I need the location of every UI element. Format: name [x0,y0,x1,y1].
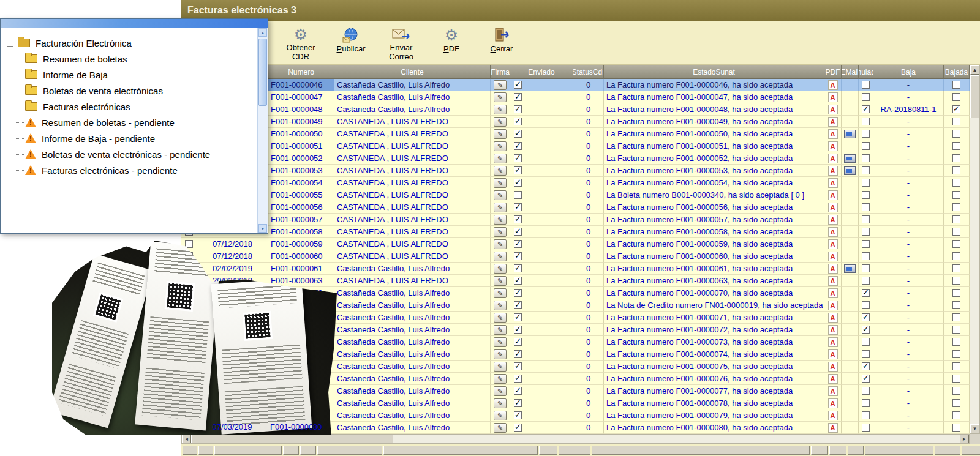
checkbox-checked-icon[interactable] [514,350,522,358]
sign-pencil-icon[interactable] [494,141,507,151]
checkbox-checked-icon[interactable] [514,387,522,395]
pdf-icon[interactable] [828,239,838,249]
checkbox-checked-icon[interactable] [514,130,522,138]
tree-item-resumen-de-boletas-pendiente[interactable]: Resumen de boletas - pendiente [25,114,257,130]
checkbox-checked-icon[interactable] [514,142,522,150]
sign-pencil-icon[interactable] [494,154,507,163]
checkbox-icon[interactable] [952,93,960,101]
checkbox-checked-icon[interactable] [514,166,522,174]
checkbox-checked-icon[interactable] [514,338,522,346]
pdf-icon[interactable] [828,178,838,188]
pdf-icon[interactable] [828,423,838,433]
sign-pencil-icon[interactable] [494,337,507,347]
pdf-icon[interactable] [828,337,838,347]
pdf-icon[interactable] [828,203,838,212]
sign-pencil-icon[interactable] [494,80,507,90]
scroll-left-icon[interactable]: ◄ [182,435,191,443]
checkbox-checked-icon[interactable] [514,326,522,334]
pdf-icon[interactable] [828,166,838,176]
column-header-baja[interactable]: Baja [873,65,944,79]
checkbox-checked-icon[interactable] [862,375,870,383]
checkbox-checked-icon[interactable] [514,240,522,248]
checkbox-icon[interactable] [952,301,960,309]
pdf-icon[interactable] [828,80,838,90]
checkbox-icon[interactable] [952,130,960,138]
grid-row[interactable]: 02/02/2019F001-0000061Castañeda Castillo… [181,263,970,275]
checkbox-checked-icon[interactable] [514,411,522,419]
grid-row[interactable]: F001-0000056CASTANEDA , LUIS ALFREDO0La … [181,201,970,214]
sign-pencil-icon[interactable] [494,288,507,298]
sign-pencil-icon[interactable] [494,325,507,335]
grid-vertical-scrollbar[interactable]: ▲ ▼ [970,65,980,434]
checkbox-checked-icon[interactable] [952,105,960,113]
checkbox-icon[interactable] [862,411,870,419]
grid-row[interactable]: F001-0000049CASTANEDA , LUIS ALFREDO0La … [181,116,970,128]
checkbox-icon[interactable] [952,264,960,272]
grid-row[interactable]: F001-0000058CASTANEDA , LUIS ALFREDO0La … [181,226,970,238]
tree-scrollbar[interactable]: ▲ ▼ [257,28,268,233]
grid-row[interactable]: 20/02/2019F001-0000063CASTANEDA , LUIS A… [181,275,970,287]
pdf-icon[interactable] [828,362,838,372]
checkbox-icon[interactable] [862,142,870,150]
checkbox-checked-icon[interactable] [514,203,522,211]
checkbox-icon[interactable] [862,203,870,211]
checkbox-icon[interactable] [862,154,870,162]
checkbox-icon[interactable] [952,387,960,395]
tree-root-item[interactable]: Facturación Electrónica [7,35,257,51]
sign-pencil-icon[interactable] [494,117,507,127]
main-window-titlebar[interactable]: Facturas electrónicas 3 [181,0,980,21]
checkbox-checked-icon[interactable] [514,118,522,125]
checkbox-icon[interactable] [514,191,522,199]
column-header-email[interactable]: EMail [842,65,859,79]
checkbox-checked-icon[interactable] [514,215,522,223]
sign-pencil-icon[interactable] [494,264,507,274]
checkbox-icon[interactable] [952,411,960,419]
column-header-baja2[interactable]: Bajada [944,65,970,79]
sign-pencil-icon[interactable] [494,178,507,188]
column-header-cliente[interactable]: Cliente [334,65,491,79]
checkbox-icon[interactable] [862,338,870,346]
checkbox-checked-icon[interactable] [862,313,870,321]
checkbox-icon[interactable] [862,118,870,125]
checkbox-checked-icon[interactable] [514,179,522,187]
checkbox-icon[interactable] [952,142,960,150]
grid-row[interactable]: F001-0000053CASTANEDA , LUIS ALFREDO0La … [181,165,970,177]
pdf-icon[interactable] [828,190,838,200]
grid-row[interactable]: F001-0000046Castañeda Castillo, Luis Alf… [181,79,970,91]
column-header-enviado[interactable]: Enviado [510,65,573,79]
checkbox-icon[interactable] [952,338,960,346]
sign-pencil-icon[interactable] [494,215,507,225]
sign-pencil-icon[interactable] [494,301,507,310]
checkbox-checked-icon[interactable] [514,105,522,113]
sign-pencil-icon[interactable] [494,349,507,359]
tree-item-boletas-de-venta-electrónicas[interactable]: Boletas de venta electrónicas [25,83,257,99]
grid-row[interactable]: 07/12/2018F001-0000059CASTANEDA , LUIS A… [181,238,970,250]
pdf-icon[interactable] [828,386,838,396]
checkbox-checked-icon[interactable] [862,362,870,370]
checkbox-icon[interactable] [862,277,870,285]
tree-item-informe-de-baja-pendiente[interactable]: Informe de Baja - pendiente [25,130,257,146]
sign-pencil-icon[interactable] [494,276,507,286]
checkbox-icon[interactable] [862,424,870,432]
sign-pencil-icon[interactable] [494,398,507,408]
checkbox-checked-icon[interactable] [514,264,522,272]
column-header-estado[interactable]: EstadoSunat [604,65,824,79]
pdf-icon[interactable] [828,141,838,151]
grid-row[interactable]: 07/12/2018F001-0000060CASTANEDA , LUIS A… [181,250,970,263]
sign-pencil-icon[interactable] [494,129,507,139]
column-header-status[interactable]: StatusCdr [573,65,604,79]
checkbox-icon[interactable] [952,326,960,334]
pdf-icon[interactable] [828,105,838,114]
checkbox-icon[interactable] [952,313,960,321]
checkbox-icon[interactable] [862,215,870,223]
pdf-icon[interactable] [828,374,838,384]
tree-window-titlebar[interactable] [1,19,268,28]
checkbox-checked-icon[interactable] [514,228,522,236]
pdf-icon[interactable] [828,154,838,163]
checkbox-icon[interactable] [952,118,960,125]
sign-pencil-icon[interactable] [494,190,507,200]
checkbox-icon[interactable] [862,166,870,174]
checkbox-icon[interactable] [952,191,960,199]
grid-row[interactable]: F001-0000051CASTANEDA , LUIS ALFREDO0La … [181,140,970,152]
scroll-up-icon[interactable]: ▲ [258,28,267,37]
